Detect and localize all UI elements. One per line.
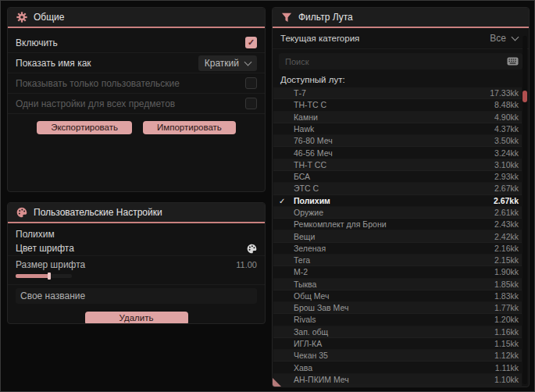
- list-item[interactable]: ✓ Hawk 4.37kk: [273, 123, 522, 135]
- list-item-name: Брош Зав Меч: [294, 303, 348, 312]
- list-item[interactable]: ✓ ТН-Т СС 3.10kk: [273, 159, 522, 171]
- export-button[interactable]: Экспортировать: [37, 121, 132, 134]
- panel-custom-settings: Пользовательские Настройки Полихим Цвет …: [7, 202, 266, 324]
- list-item[interactable]: ✓ Полихим 2.67kk: [273, 195, 522, 207]
- selected-item-name: Полихим: [16, 229, 55, 240]
- slider-handle[interactable]: [48, 273, 51, 280]
- font-size-slider-row: [8, 272, 265, 285]
- resize-grip[interactable]: [273, 378, 281, 387]
- list-item[interactable]: ✓ М-2 1.90kk: [273, 266, 522, 278]
- delete-button-row: Удалить: [8, 312, 265, 324]
- list-item-value: 1.20kk: [494, 315, 519, 324]
- list-item-name: Полихим: [294, 196, 330, 205]
- list-item[interactable]: ✓ Зеленая 2.16kk: [273, 243, 522, 255]
- list-item-name: ЭТС С: [294, 184, 319, 193]
- list-item-name: 76-80 Меч: [294, 136, 333, 145]
- list-item-value: 3.50kk: [494, 136, 519, 145]
- list-item-name: ТН-ТС С: [294, 100, 326, 109]
- list-item-value: 1.85kk: [494, 280, 519, 289]
- list-item-value: 2.61kk: [494, 208, 519, 217]
- list-item-name: Ремкомплект для Брони: [294, 219, 387, 229]
- list-item-value: 1.83kk: [494, 291, 519, 301]
- funnel-icon: [281, 12, 292, 23]
- category-dropdown[interactable]: Все: [487, 31, 521, 45]
- list-item[interactable]: ✓ Вещи 2.42kk: [273, 230, 522, 242]
- list-item-name: АН-ПКИМ Меч: [294, 375, 349, 384]
- scrollbar[interactable]: [523, 36, 527, 384]
- list-item[interactable]: ✓ Общ Меч 1.83kk: [273, 290, 522, 302]
- list-item-value: 2.43kk: [494, 219, 519, 229]
- slider-fill: [16, 274, 50, 278]
- list-item-value: 4.90kk: [494, 112, 519, 122]
- list-item-value: 2.67kk: [494, 184, 519, 193]
- list-item[interactable]: ✓ Тыква 1.85kk: [273, 279, 522, 290]
- list-item-name: Тыква: [294, 280, 316, 289]
- list-item[interactable]: ✓ Тега 2.15kk: [273, 255, 522, 266]
- panel-general-header[interactable]: Общие: [8, 8, 265, 28]
- list-item-name: Камни: [294, 112, 318, 122]
- panel-filter-header[interactable]: Фильтр Лута: [273, 8, 529, 28]
- same-settings-checkbox[interactable]: [245, 98, 257, 109]
- list-item-name: ИГЛ-КА: [294, 339, 322, 348]
- setting-name-display-label: Показать имя как: [16, 58, 91, 69]
- custom-name-input[interactable]: [16, 288, 257, 304]
- list-item-value: 17.33kk: [490, 88, 519, 98]
- selected-item-name-row: Полихим: [8, 227, 265, 241]
- setting-enable-label: Включить: [16, 37, 58, 48]
- list-item-value: 1.16kk: [494, 327, 519, 337]
- list-item-name: Hawk: [294, 124, 314, 134]
- keyboard-icon[interactable]: [507, 57, 519, 66]
- list-item[interactable]: ✓ ЭТС С 2.67kk: [273, 183, 522, 194]
- check-icon: ✓: [279, 196, 285, 205]
- setting-only-custom-label: Показывать только пользовательские: [16, 78, 180, 89]
- custom-name-row: [8, 285, 265, 304]
- list-item[interactable]: ✓ Камни 4.90kk: [273, 112, 522, 123]
- list-item-value: 2.42kk: [494, 232, 519, 241]
- name-display-dropdown-value: Краткий: [205, 58, 239, 69]
- import-button[interactable]: Импортировать: [143, 121, 236, 134]
- list-item[interactable]: ✓ АН-ПКИМ Меч 1.10kk: [273, 374, 522, 386]
- list-item[interactable]: ✓ Хава 1.11kk: [273, 362, 522, 373]
- loot-list: ✓ Т-7 17.33kk ✓ ТН-ТС С 8.48kk ✓ Камни 4…: [273, 87, 522, 386]
- list-item[interactable]: ✓ Брош Зав Меч 1.77kk: [273, 302, 522, 314]
- delete-button[interactable]: Удалить: [85, 312, 188, 324]
- list-item-value: 4.37kk: [494, 124, 519, 134]
- list-item-value: 2.16kk: [494, 244, 519, 253]
- font-size-slider[interactable]: [16, 274, 72, 278]
- name-display-dropdown[interactable]: Краткий: [198, 55, 257, 71]
- general-buttons-row: Экспортировать Импортировать: [8, 121, 265, 134]
- list-item[interactable]: ✓ Чекан 35 1.12kk: [273, 350, 522, 362]
- list-item-name: Rivals: [294, 315, 316, 324]
- list-item-name: Чекан 35: [294, 351, 328, 360]
- scrollbar-thumb[interactable]: [523, 91, 527, 102]
- list-item-value: 8.48kk: [494, 100, 519, 109]
- search-row: [273, 49, 529, 73]
- list-item[interactable]: ✓ Оружие 2.61kk: [273, 207, 522, 219]
- list-item-name: Вещи: [294, 232, 315, 241]
- list-item-value: 1.15kk: [494, 339, 519, 348]
- panel-custom-header[interactable]: Пользовательские Настройки: [8, 203, 265, 223]
- search-input[interactable]: [279, 57, 507, 66]
- list-item-name: Зап. общ: [294, 327, 328, 337]
- list-item[interactable]: ✓ 76-80 Меч 3.50kk: [273, 135, 522, 147]
- enable-checkbox[interactable]: [245, 37, 257, 48]
- font-color-picker-icon[interactable]: [247, 244, 257, 254]
- setting-same-settings-label: Одни настройки для всех предметов: [16, 98, 175, 109]
- list-item[interactable]: ✓ Т-7 17.33kk: [273, 87, 522, 99]
- list-item-value: 1.11kk: [495, 363, 519, 372]
- panel-general-title: Общие: [34, 12, 64, 23]
- list-item[interactable]: ✓ БСА 2.93kk: [273, 171, 522, 183]
- list-item-value: 1.10kk: [494, 375, 519, 384]
- list-item[interactable]: ✓ Зап. общ 1.16kk: [273, 326, 522, 338]
- list-item[interactable]: ✓ Rivals 1.20kk: [273, 314, 522, 326]
- list-item[interactable]: ✓ 46-56 Меч 3.24kk: [273, 147, 522, 159]
- panel-filter-title: Фильтр Лута: [298, 12, 353, 23]
- list-item-name: ТН-Т СС: [294, 160, 326, 169]
- font-size-value: 11.00: [236, 260, 257, 269]
- palette-icon: [16, 207, 27, 218]
- list-item[interactable]: ✓ Ремкомплект для Брони 2.43kk: [273, 219, 522, 230]
- list-item[interactable]: ✓ ТН-ТС С 8.48kk: [273, 99, 522, 111]
- list-item[interactable]: ✓ ИГЛ-КА 1.15kk: [273, 338, 522, 350]
- only-custom-checkbox[interactable]: [245, 77, 257, 89]
- setting-row-enable: Включить: [8, 33, 265, 53]
